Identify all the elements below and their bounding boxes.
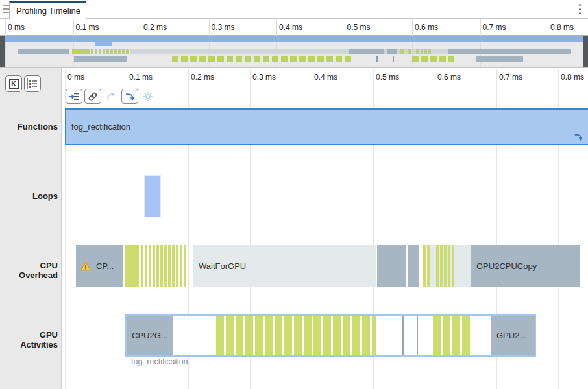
minimap-striped-wide-band xyxy=(172,56,352,62)
cpu-overhead-segment[interactable]: CP... xyxy=(76,245,123,287)
minimap-gray-band xyxy=(387,49,397,54)
segment-label: WaitForGPU xyxy=(199,261,246,271)
curved-arrow-up-icon xyxy=(106,91,116,102)
cpu-overhead-segment[interactable] xyxy=(377,245,406,287)
row-label-gpu-activities: GPU Activities xyxy=(0,330,58,349)
main-tick-label: 0.1 ms xyxy=(129,73,153,82)
minimap-striped-band xyxy=(421,49,432,54)
segment-label: GPU2CPUCopy xyxy=(476,261,537,271)
minimap-left-handle[interactable] xyxy=(0,36,5,67)
segment-label: GPU2... xyxy=(496,331,526,340)
cpu-overhead-segment[interactable] xyxy=(436,245,454,287)
main-tick-label: 0.7 ms xyxy=(499,73,522,82)
main-tick-label: 0.5 ms xyxy=(376,73,399,82)
tab-label: Profiling Timeline xyxy=(16,6,80,16)
functions-segment[interactable]: fog_rectification xyxy=(65,108,588,145)
legend-list-icon xyxy=(27,78,38,89)
next-event-button[interactable] xyxy=(121,89,138,104)
overview-tick-label: 0.7 ms xyxy=(483,23,506,32)
cpu-overhead-segment[interactable]: WaitForGPU xyxy=(193,245,376,287)
row-label-functions: Functions xyxy=(0,122,58,132)
inspect-event-button[interactable] xyxy=(66,89,82,104)
kernel-k-icon: K xyxy=(9,79,19,89)
row-label-loops: Loops xyxy=(0,191,58,201)
gpu-activities-segment[interactable]: CPU2G... xyxy=(127,316,173,355)
overview-tick-label: 0.5 ms xyxy=(347,23,371,32)
minimap-function-band xyxy=(5,36,583,42)
legend-button[interactable] xyxy=(24,75,41,92)
overview-tick-label: 0.8 ms xyxy=(550,23,574,32)
overview-gridline xyxy=(5,19,6,67)
segment-label: CP... xyxy=(96,261,114,271)
tab-profiling-timeline[interactable]: Profiling Timeline xyxy=(9,1,86,19)
minimap-right-handle[interactable] xyxy=(583,36,588,67)
main-tick-label: 0.3 ms xyxy=(252,73,276,82)
curved-arrow-down-icon xyxy=(125,91,135,102)
gpu-activities-segment[interactable] xyxy=(216,316,376,355)
minimap-green-band xyxy=(416,49,419,54)
link-code-button[interactable] xyxy=(84,89,101,104)
overview-tick-label: 0.1 ms xyxy=(76,23,99,32)
overview-tick-label: 0.4 ms xyxy=(279,23,302,32)
gear-icon xyxy=(143,91,153,102)
gpu-activities-segment[interactable] xyxy=(433,316,472,355)
cpu-overhead-segment[interactable]: GPU2CPUCopy xyxy=(471,245,580,287)
previous-event-button[interactable] xyxy=(103,89,119,104)
main-tick-label: 0.2 ms xyxy=(191,73,214,82)
gpu-activities-segment[interactable] xyxy=(417,316,418,355)
panel-grip-icon[interactable] xyxy=(3,5,9,13)
overview-tick-label: 0.2 ms xyxy=(143,23,167,32)
loops-segment[interactable] xyxy=(144,175,161,217)
segment-label: fog_rectification xyxy=(71,122,130,132)
cpu-overhead-segment[interactable] xyxy=(141,245,188,287)
minimap-loop-band xyxy=(95,41,112,46)
minimap-tick-band xyxy=(393,56,394,62)
main-tick-label: 0.8 ms xyxy=(561,73,584,82)
gpu-activities-segment[interactable] xyxy=(402,316,404,355)
minimap-green-band xyxy=(408,49,411,54)
main-tick-label: 0.6 ms xyxy=(437,73,461,82)
minimap-striped-wide-band xyxy=(412,56,454,62)
cpu-overhead-segment[interactable] xyxy=(423,245,426,287)
minimap-green-band xyxy=(72,49,90,54)
gpu-call-site-label: fog_rectification xyxy=(131,357,188,366)
overview-tick-label: 0.3 ms xyxy=(212,23,235,32)
minimap-gray-band xyxy=(74,56,127,62)
kebab-menu-icon[interactable] xyxy=(576,4,583,14)
tab-bar: Profiling Timeline xyxy=(0,0,588,19)
overview-gridline xyxy=(141,19,141,67)
settings-button[interactable] xyxy=(140,89,156,104)
main-tick-label: 0.4 ms xyxy=(314,73,337,82)
minimap-gray-band xyxy=(18,49,69,54)
cpu-overhead-segment[interactable] xyxy=(408,245,419,287)
cpu-overhead-segment[interactable] xyxy=(125,245,139,287)
overview-tick-label: 0.6 ms xyxy=(415,23,438,32)
overview-tick-label: 0 ms xyxy=(8,23,25,32)
gpu-activities-segment[interactable]: GPU2... xyxy=(491,316,535,355)
profiling-timeline-window: Profiling Timeline 0 ms0.1 ms0.2 ms0.3 m… xyxy=(0,0,588,389)
overview-gridline xyxy=(548,19,548,67)
warning-icon xyxy=(80,261,91,271)
minimap-gray-band xyxy=(476,56,523,62)
expand-row-arrow-icon[interactable] xyxy=(574,132,583,142)
minimap-gray-band xyxy=(448,49,571,54)
minimap-striped-band xyxy=(91,49,130,54)
minimap-gray-band xyxy=(349,49,384,54)
kernel-view-button[interactable]: K xyxy=(5,75,22,92)
segment-label: CPU2G... xyxy=(132,331,168,340)
minimap-green-band xyxy=(400,49,404,54)
link-icon xyxy=(88,91,98,102)
main-tick-label: 0 ms xyxy=(67,73,84,82)
minimap-tick-band xyxy=(376,56,378,62)
row-label-cpu-overhead: CPU Overhead xyxy=(0,261,58,280)
arrow-into-list-icon xyxy=(69,91,80,102)
